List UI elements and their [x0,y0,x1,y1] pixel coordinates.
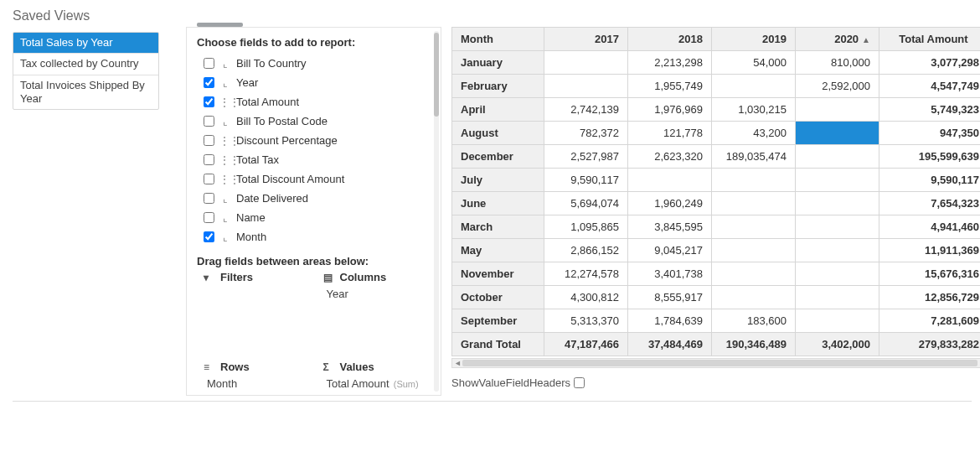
field-checkbox[interactable] [204,77,214,88]
data-cell[interactable]: 54,000 [712,51,796,75]
scroll-left-icon[interactable]: ◄ [454,359,461,367]
field-checkbox[interactable] [204,231,214,242]
saved-view-item[interactable]: Tax collected by Country [13,54,158,75]
grand-total-cell[interactable]: 190,346,489 [712,333,796,356]
config-scroll-thumb[interactable] [434,33,439,117]
area-values[interactable]: Σ Values Total Amount (Sum) [323,361,435,392]
field-checkbox[interactable] [204,154,214,165]
row-label[interactable]: September [452,309,544,333]
field-row[interactable]: ⌞Month [204,227,434,247]
data-cell[interactable] [712,286,796,309]
data-cell[interactable] [796,286,879,309]
row-label[interactable]: May [452,239,544,262]
row-total-cell[interactable]: 7,654,323 [879,192,981,215]
data-cell[interactable] [544,51,628,75]
data-cell[interactable] [796,122,879,145]
field-checkbox[interactable] [204,135,214,146]
field-row[interactable]: ⋮⋮Total Tax [204,150,434,169]
data-cell[interactable]: 1,960,249 [628,192,712,215]
column-header-year[interactable]: 2018 [628,28,712,51]
data-cell[interactable]: 1,030,215 [712,98,796,122]
column-header-year[interactable]: 2020▲ [796,28,879,51]
data-cell[interactable]: 5,313,370 [544,309,628,333]
data-cell[interactable]: 2,592,000 [796,75,879,98]
field-row[interactable]: ⌞Bill To Postal Code [204,112,434,131]
data-cell[interactable]: 189,035,474 [712,145,796,169]
data-cell[interactable]: 2,527,987 [544,145,628,169]
row-total-cell[interactable]: 5,749,323 [879,98,981,122]
data-cell[interactable]: 121,778 [628,122,712,145]
data-cell[interactable]: 1,095,865 [544,215,628,239]
row-total-cell[interactable]: 11,911,369 [879,239,981,262]
data-cell[interactable]: 8,555,917 [628,286,712,309]
row-total-cell[interactable]: 947,350 [879,122,981,145]
area-columns[interactable]: ▤ Columns Year [323,271,435,302]
row-label[interactable]: December [452,145,544,169]
data-cell[interactable] [796,145,879,169]
row-label[interactable]: January [452,51,544,75]
data-cell[interactable]: 3,401,738 [628,262,712,286]
row-total-cell[interactable]: 3,077,298 [879,51,981,75]
row-total-cell[interactable]: 4,547,749 [879,75,981,98]
data-cell[interactable]: 1,976,969 [628,98,712,122]
field-row[interactable]: ⋮⋮Total Discount Amount [204,169,434,189]
grand-total-label[interactable]: Grand Total [452,333,544,356]
data-cell[interactable] [796,169,879,192]
data-cell[interactable]: 1,955,749 [628,75,712,98]
data-cell[interactable]: 12,274,578 [544,262,628,286]
row-label[interactable]: July [452,169,544,192]
data-cell[interactable]: 183,600 [712,309,796,333]
field-row[interactable]: ⌞Year [204,73,434,92]
field-checkbox[interactable] [204,212,214,223]
config-scrollbar[interactable] [434,31,439,392]
grand-total-total-cell[interactable]: 279,833,282 [879,333,981,356]
data-cell[interactable] [712,239,796,262]
data-cell[interactable]: 43,200 [712,122,796,145]
data-cell[interactable] [712,75,796,98]
field-row[interactable]: ⌞Date Delivered [204,189,434,208]
data-cell[interactable] [796,239,879,262]
grand-total-cell[interactable]: 3,402,000 [796,333,879,356]
row-total-cell[interactable]: 4,941,460 [879,215,981,239]
row-label[interactable]: August [452,122,544,145]
row-total-cell[interactable]: 195,599,639 [879,145,981,169]
field-row[interactable]: ⌞Bill To Country [204,54,434,73]
panel-handle[interactable] [197,23,243,27]
row-label[interactable]: April [452,98,544,122]
grand-total-cell[interactable]: 47,187,466 [544,333,628,356]
field-row[interactable]: ⋮⋮Discount Percentage [204,131,434,150]
field-checkbox[interactable] [204,96,214,107]
grand-total-cell[interactable]: 37,484,469 [628,333,712,356]
data-cell[interactable]: 9,045,217 [628,239,712,262]
row-total-cell[interactable]: 12,856,729 [879,286,981,309]
saved-view-item[interactable]: Total Sales by Year [13,33,158,54]
row-label[interactable]: June [452,192,544,215]
data-cell[interactable] [796,98,879,122]
saved-view-item[interactable]: Total Invoices Shipped By Year [13,75,158,110]
row-label[interactable]: October [452,286,544,309]
data-cell[interactable]: 2,213,298 [628,51,712,75]
row-total-cell[interactable]: 7,281,609 [879,309,981,333]
data-cell[interactable]: 2,866,152 [544,239,628,262]
area-filters[interactable]: ▾ Filters [204,271,315,302]
data-cell[interactable] [712,215,796,239]
field-checkbox[interactable] [204,116,214,127]
column-header-year[interactable]: 2017 [544,28,628,51]
scroll-track[interactable] [462,360,977,366]
data-cell[interactable] [628,169,712,192]
row-label[interactable]: March [452,215,544,239]
data-cell[interactable] [796,309,879,333]
data-cell[interactable]: 1,784,639 [628,309,712,333]
data-cell[interactable] [544,75,628,98]
data-cell[interactable] [796,215,879,239]
row-label[interactable]: November [452,262,544,286]
area-rows[interactable]: ≡ Rows Month [204,361,315,392]
data-cell[interactable]: 810,000 [796,51,879,75]
data-cell[interactable]: 2,623,320 [628,145,712,169]
data-cell[interactable] [796,262,879,286]
total-amount-header[interactable]: Total Amount [879,28,981,51]
data-cell[interactable]: 2,742,139 [544,98,628,122]
data-cell[interactable] [796,192,879,215]
field-checkbox[interactable] [204,174,214,184]
column-header-year[interactable]: 2019 [712,28,796,51]
